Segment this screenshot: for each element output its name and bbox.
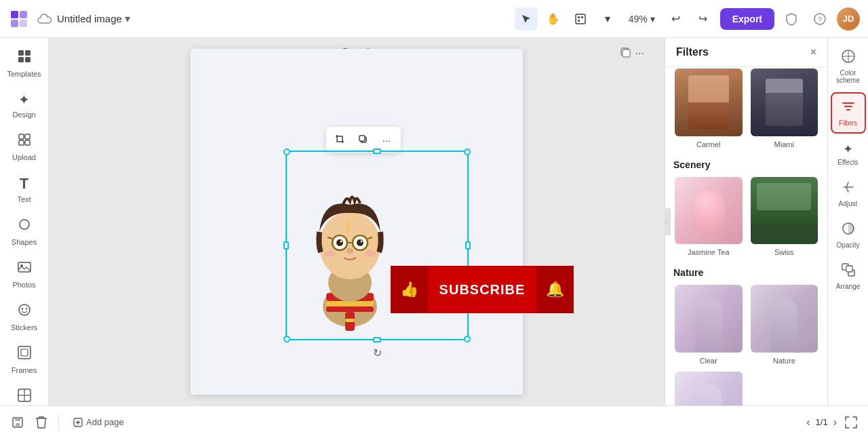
more-options-button[interactable]: ··· [376, 130, 397, 150]
svg-rect-30 [623, 49, 630, 57]
resize-handle-bm[interactable] [373, 337, 381, 342]
svg-rect-17 [25, 140, 30, 145]
layout-tool-button[interactable] [569, 7, 592, 31]
sidebar-item-frames[interactable]: Frames [3, 340, 46, 380]
panel-collapse-handle[interactable]: ‹ [665, 208, 671, 235]
filter-item-swiss[interactable]: Swiss [749, 176, 820, 257]
color-scheme-icon [841, 49, 856, 67]
shapes-label: Shapes [12, 238, 37, 246]
filter-name-nature: Nature [773, 357, 795, 365]
frames-icon [17, 345, 32, 363]
svg-rect-63 [16, 423, 20, 427]
filters-icon [841, 99, 856, 117]
layout-chevron-button[interactable]: ▾ [596, 7, 619, 31]
sidebar-item-shapes[interactable]: Shapes [3, 212, 46, 252]
filter-thumb-swiss [749, 176, 820, 246]
photos-label: Photos [12, 281, 35, 289]
resize-handle-tr[interactable] [464, 148, 471, 155]
add-page-button[interactable]: Add page [67, 414, 130, 431]
rotate-handle[interactable]: ↻ [373, 346, 382, 359]
rail-item-arrange[interactable]: Arrange [831, 257, 866, 296]
resize-handle-mr[interactable] [465, 241, 471, 250]
select-tool-button[interactable] [515, 7, 538, 31]
title-chevron-icon[interactable]: ▾ [125, 12, 130, 25]
undo-button[interactable]: ↩ [665, 7, 688, 31]
svg-rect-15 [25, 134, 30, 139]
page-copy-button[interactable] [619, 46, 631, 61]
cloud-icon [35, 9, 54, 28]
crop-button[interactable] [330, 130, 351, 150]
filter-thumb-brighten [673, 370, 744, 406]
svg-rect-12 [18, 57, 24, 62]
user-avatar[interactable]: JD [837, 7, 860, 31]
svg-rect-2 [11, 20, 18, 27]
filter-item-brighten[interactable]: Brighten [673, 370, 744, 406]
help-icon-button[interactable]: ? [808, 7, 831, 31]
panel-close-button[interactable]: × [810, 46, 816, 58]
rail-item-effects[interactable]: ✦ Effects [831, 136, 866, 172]
svg-rect-25 [21, 349, 28, 356]
sidebar-item-text[interactable]: T Text [3, 170, 46, 209]
templates-icon [17, 49, 32, 67]
svg-rect-56 [345, 325, 355, 329]
filter-name-jasmine-tea: Jasmine Tea [688, 248, 730, 256]
bottom-left: Add page [8, 413, 130, 432]
filter-item-nature[interactable]: Nature [749, 283, 820, 365]
upload-label: Upload [12, 153, 36, 161]
title-group: Untitled image ▾ [35, 9, 130, 28]
canvas-area[interactable]: Page 1 ··· ··· [49, 38, 665, 405]
sidebar-item-photos[interactable]: Photos [3, 254, 46, 294]
svg-rect-60 [846, 266, 852, 272]
hand-tool-button[interactable]: ✋ [542, 7, 565, 31]
svg-rect-5 [578, 16, 580, 18]
page-nav: ‹ 1/1 › [806, 416, 837, 429]
app-logo[interactable] [8, 8, 30, 30]
resize-handle-ml[interactable] [283, 241, 289, 250]
color-scheme-label: Color scheme [833, 69, 863, 84]
zoom-value: 49% [629, 14, 648, 24]
stickers-label: Stickers [11, 323, 37, 332]
filter-thumb-jasmine-tea [673, 176, 744, 246]
topbar: Untitled image ▾ ✋ ▾ 49% ▾ ↩ ↪ Export ? … [0, 0, 868, 38]
filter-name-miami: Miami [774, 140, 794, 148]
svg-point-53 [365, 250, 376, 257]
filter-item-carmel[interactable]: Carmel [673, 67, 744, 148]
fit-page-button[interactable] [842, 414, 860, 431]
bell-button-element[interactable]: 🔔 [536, 266, 574, 313]
svg-point-47 [336, 239, 343, 246]
sidebar-item-upload[interactable]: Upload [3, 127, 46, 167]
canvas-page: ··· [191, 49, 523, 395]
filter-item-clear[interactable]: Clear [673, 283, 744, 365]
svg-rect-55 [345, 319, 355, 322]
zoom-selector[interactable]: 49% ▾ [623, 11, 660, 27]
rail-item-opacity[interactable]: Opacity [831, 216, 866, 254]
bottom-right: ‹ 1/1 › [806, 414, 860, 431]
subscribe-element[interactable]: 👍 SUBSCRIBE 🔔 [391, 266, 574, 313]
filter-item-jasmine-tea[interactable]: Jasmine Tea [673, 176, 744, 257]
next-page-button[interactable]: › [833, 416, 837, 429]
prev-page-button[interactable]: ‹ [806, 416, 810, 429]
sidebar-item-collage[interactable]: Collage [3, 382, 46, 405]
subscribe-text-element[interactable]: SUBSCRIBE [428, 266, 536, 313]
rail-item-filters[interactable]: Filters [831, 92, 866, 134]
sidebar-item-templates[interactable]: Templates [3, 43, 46, 83]
sidebar-item-stickers[interactable]: Stickers [3, 297, 46, 337]
page-more-button[interactable]: ··· [635, 46, 644, 61]
rail-item-color-scheme[interactable]: Color scheme [831, 43, 866, 89]
rail-item-adjust[interactable]: Adjust [831, 174, 866, 213]
resize-handle-br[interactable] [464, 336, 471, 342]
filter-grid-top: Carmel Miami [673, 67, 819, 148]
filter-grid-scenery: Jasmine Tea Swiss [673, 176, 819, 257]
like-button-element[interactable]: 👍 [391, 266, 428, 313]
export-button[interactable]: Export [720, 8, 774, 30]
duplicate-button[interactable] [353, 130, 374, 150]
redo-button[interactable]: ↪ [692, 7, 715, 31]
svg-rect-19 [18, 262, 31, 272]
save-button[interactable] [8, 413, 27, 432]
adjust-label: Adjust [839, 200, 858, 207]
sidebar-item-design[interactable]: ✦ Design [3, 86, 46, 124]
trash-button[interactable] [33, 413, 50, 432]
design-icon: ✦ [18, 92, 30, 108]
shield-icon-button[interactable] [780, 7, 803, 31]
filter-item-miami[interactable]: Miami [749, 67, 820, 148]
